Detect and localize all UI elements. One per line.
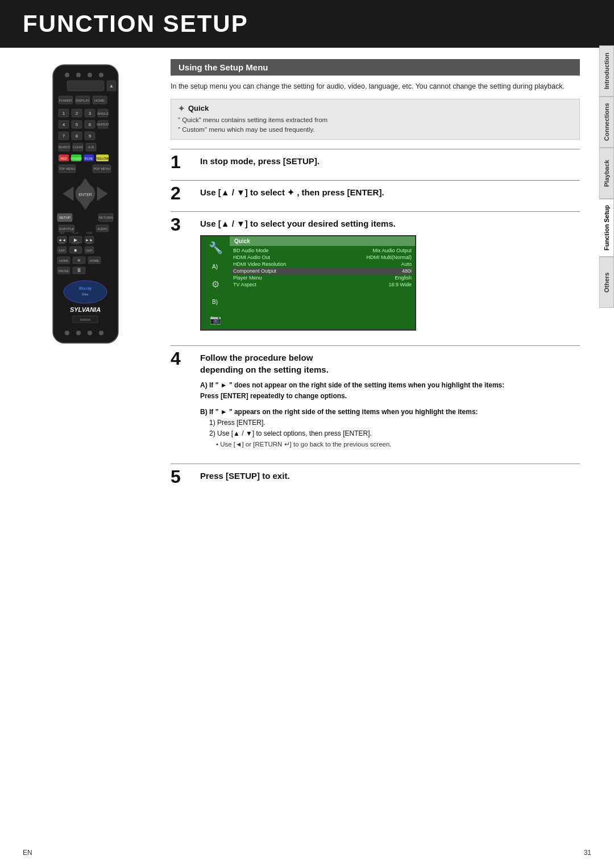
screen-row-1: BD Audio ModeMix Audio Output (232, 247, 413, 254)
svg-text:≡: ≡ (77, 258, 80, 263)
custom-icon: ⚙ (211, 279, 219, 290)
svg-text:SKIP: SKIP (86, 249, 93, 252)
tab-function-setup[interactable]: Function Setup (599, 199, 614, 257)
svg-text:2: 2 (75, 111, 78, 116)
step-5: 5 Press [SETUP] to exit. (171, 464, 580, 486)
camera-icon: 📷 (210, 314, 221, 325)
svg-text:▲: ▲ (109, 83, 114, 89)
step-5-number: 5 (171, 468, 193, 486)
svg-text:PLAY: PLAY (72, 232, 78, 235)
step-4-sub-b-2: 2) Use [▲ / ▼] to select options, then p… (209, 428, 580, 439)
step-1-number: 1 (171, 153, 193, 171)
step-5-content: Press [SETUP] to exit. (200, 470, 580, 485)
svg-text:8: 8 (75, 133, 78, 139)
svg-rect-5 (67, 81, 104, 91)
svg-text:SETUP: SETUP (59, 216, 70, 219)
svg-point-104 (88, 331, 92, 335)
svg-text:7: 7 (62, 133, 65, 139)
quick-line1: " Quick" menu contains setting items ext… (178, 115, 572, 135)
section-title: Using the Setup Menu (171, 59, 580, 76)
step-4-sub: A) If " ► " does not appear on the right… (200, 380, 580, 449)
step-4-sub-b: B) If " ► " appears on the right side of… (200, 407, 580, 450)
step-4: 4 Follow the procedure belowdepending on… (171, 345, 580, 454)
step-4-sub-a-action: Press [ENTER] repeatedly to change optio… (200, 392, 347, 400)
svg-text:SEARCH: SEARCH (58, 145, 70, 149)
svg-text:POP MENU: POP MENU (93, 167, 110, 170)
svg-text:NB604: NB604 (80, 318, 90, 322)
instructions-area: Using the Setup Menu In the setup menu y… (159, 48, 614, 506)
step-3-number: 3 (171, 215, 193, 233)
svg-text:Disc: Disc (82, 293, 89, 296)
svg-point-103 (76, 331, 81, 335)
remote-image: ▲ POWER DISPLAY HOME 1 2 3 ANGLE 4 5 6 (36, 59, 135, 354)
page-header: FUNCTION SETUP (0, 0, 614, 48)
svg-text:SKIP: SKIP (59, 242, 64, 245)
screen-label-b: B) (212, 299, 218, 305)
tab-connections[interactable]: Connections (599, 97, 614, 148)
page-footer: EN 31 (23, 849, 591, 857)
screen-menu-list: BD Audio ModeMix Audio Output HDMI Audio… (230, 246, 415, 289)
step-2-content: Use [▲ / ▼] to select ✦ , then press [EN… (200, 186, 580, 202)
svg-text:ENTER: ENTER (78, 193, 92, 197)
step-4-sub-b-note: • Use [◄] or [RETURN ↵] to go back to th… (216, 439, 580, 449)
quick-box: ✦ Quick " Quick" menu contains setting i… (171, 99, 580, 140)
step-4-sub-a: A) If " ► " does not appear on the right… (200, 380, 580, 402)
step-2: 2 Use [▲ / ▼] to select ✦ , then press [… (171, 180, 580, 202)
svg-point-96 (64, 281, 107, 303)
svg-text:STOP: STOP (72, 242, 78, 245)
step-3-title: Use [▲ / ▼] to select your desired setti… (200, 218, 580, 229)
svg-text:HDMI: HDMI (59, 259, 68, 262)
svg-text:OFF: OFF (59, 232, 64, 235)
screen-row-2: HDMI Audio OutHDMI Multi(Normal) (232, 254, 413, 261)
step-4-sub-a-label: A) If " ► " does not appear on the right… (200, 381, 504, 389)
svg-text:Blu-ray: Blu-ray (78, 286, 92, 291)
svg-text:POWER: POWER (59, 99, 72, 102)
step-4-sub-b-label: B) If " ► " appears on the right side of… (200, 408, 478, 416)
lightning-icon: ✦ (178, 104, 185, 113)
svg-text:HOME: HOME (89, 259, 99, 262)
svg-text:HOME: HOME (94, 99, 105, 102)
tab-introduction[interactable]: Introduction (599, 45, 614, 97)
section-description: In the setup menu you can change the set… (171, 81, 580, 92)
svg-text:4: 4 (62, 122, 65, 127)
svg-text:SKIP: SKIP (86, 242, 92, 245)
svg-point-1 (65, 73, 69, 77)
tab-playback[interactable]: Playback (599, 148, 614, 199)
step-1-title: In stop mode, press [SETUP]. (200, 155, 580, 167)
svg-text:SUBTITLE: SUBTITLE (59, 227, 74, 231)
svg-text:TOP MENU: TOP MENU (59, 167, 75, 170)
svg-text:YELLOW: YELLOW (96, 157, 109, 160)
svg-text:CLEAR: CLEAR (72, 145, 82, 149)
svg-text:9: 9 (88, 133, 91, 139)
step-4-title: Follow the procedure belowdepending on t… (200, 352, 580, 375)
svg-text:3: 3 (88, 111, 91, 116)
svg-text:A-B: A-B (88, 145, 93, 149)
svg-text:SYLVANIA: SYLVANIA (69, 306, 100, 313)
screen-quick-tab: Quick (230, 236, 415, 246)
screen-row-4-highlighted: Component Output480i (232, 268, 413, 274)
tab-others[interactable]: Others (599, 257, 614, 308)
screen-mockup: 🔧 A) ⚙ B) 📷 Quick (200, 235, 416, 331)
svg-point-2 (76, 73, 81, 77)
step-4-number: 4 (171, 349, 193, 368)
svg-text:►►: ►► (85, 238, 93, 242)
step-2-number: 2 (171, 184, 193, 202)
page-number: 31 (584, 849, 591, 857)
step-1-content: In stop mode, press [SETUP]. (200, 155, 580, 170)
svg-point-105 (99, 331, 103, 335)
main-content: ▲ POWER DISPLAY HOME 1 2 3 ANGLE 4 5 6 (0, 48, 614, 506)
svg-text:6: 6 (88, 122, 91, 127)
svg-text:⏸: ⏸ (76, 267, 82, 273)
svg-text:◄◄: ◄◄ (58, 238, 66, 242)
svg-text:■: ■ (74, 248, 77, 253)
svg-text:FWD: FWD (86, 232, 92, 235)
quick-title: ✦ Quick (178, 104, 572, 113)
svg-text:1: 1 (62, 111, 65, 116)
svg-text:BLUE: BLUE (84, 157, 93, 160)
screen-label-a: A) (212, 264, 218, 270)
svg-text:5: 5 (75, 122, 78, 127)
svg-text:PAUSE: PAUSE (58, 269, 69, 273)
svg-text:DISPLAY: DISPLAY (75, 99, 89, 102)
svg-text:RED: RED (60, 157, 67, 160)
svg-point-4 (99, 73, 103, 77)
